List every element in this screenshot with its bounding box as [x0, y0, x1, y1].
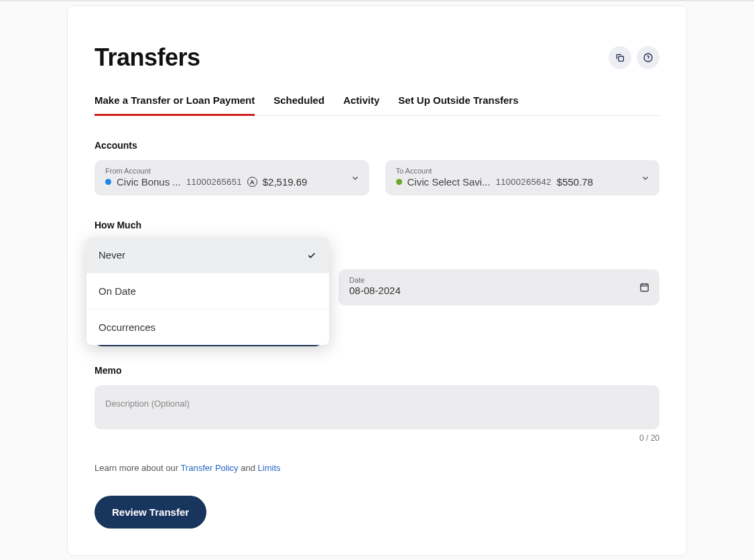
dropdown-option-on-date[interactable]: On Date	[86, 273, 329, 309]
help-icon-button[interactable]	[637, 46, 659, 69]
how-much-label: How Much	[95, 220, 659, 230]
account-type-badge: A	[247, 177, 257, 187]
svg-rect-0	[619, 56, 623, 61]
to-account-label: To Account	[396, 167, 649, 175]
svg-point-1	[644, 54, 652, 62]
tab-outside-transfers[interactable]: Set Up Outside Transfers	[398, 88, 518, 116]
limits-link[interactable]: Limits	[258, 463, 281, 473]
from-account-select[interactable]: From Account Civic Bonus ... 11000265651…	[95, 160, 369, 196]
policy-mid: and	[239, 463, 258, 473]
dropdown-option-occurrences[interactable]: Occurrences	[86, 309, 329, 345]
from-account-number: 11000265651	[186, 177, 242, 187]
svg-rect-3	[641, 284, 648, 291]
tab-scheduled[interactable]: Scheduled	[273, 88, 324, 116]
to-account-select[interactable]: To Account Civic Select Savi... 11000265…	[385, 160, 660, 196]
policy-pre: Learn more about our	[95, 463, 180, 473]
to-account-balance: $550.78	[557, 176, 593, 188]
memo-label: Memo	[95, 365, 659, 376]
help-icon	[643, 52, 653, 63]
amount-area: Never On Date Occurrences	[95, 240, 659, 252]
page-title: Transfers	[95, 44, 659, 72]
review-transfer-button[interactable]: Review Transfer	[95, 496, 206, 529]
dropdown-option-label: Never	[99, 249, 125, 261]
from-account-name: Civic Bonus ...	[117, 176, 181, 188]
from-account-dot	[105, 179, 111, 185]
memo-char-count: 0 / 20	[95, 433, 659, 443]
chevron-down-icon	[351, 173, 360, 183]
check-icon	[306, 250, 317, 261]
date-input[interactable]: Date 08-08-2024	[338, 269, 659, 305]
memo-placeholder: Description (Optional)	[105, 399, 190, 409]
policy-line: Learn more about our Transfer Policy and…	[95, 463, 659, 473]
dropdown-option-label: Occurrences	[99, 322, 155, 333]
svg-point-2	[647, 60, 648, 60]
accounts-label: Accounts	[95, 140, 659, 151]
date-label: Date	[349, 276, 649, 284]
chevron-down-icon	[641, 173, 650, 183]
dropdown-option-label: On Date	[99, 285, 136, 297]
from-account-label: From Account	[105, 167, 359, 175]
date-value: 08-08-2024	[349, 285, 649, 296]
tab-make-transfer[interactable]: Make a Transfer or Loan Payment	[95, 88, 255, 116]
transfer-policy-link[interactable]: Transfer Policy	[180, 463, 238, 473]
series-ends-dropdown: Never On Date Occurrences	[86, 237, 329, 345]
to-account-name: Civic Select Savi...	[407, 176, 491, 188]
copy-icon	[615, 52, 625, 63]
memo-input[interactable]: Description (Optional)	[95, 385, 659, 429]
dropdown-option-never[interactable]: Never	[86, 237, 329, 273]
from-account-balance: $2,519.69	[263, 176, 308, 188]
to-account-number: 11000265642	[496, 177, 552, 187]
to-account-dot	[396, 179, 402, 185]
copy-icon-button[interactable]	[609, 46, 631, 69]
tabs-bar: Make a Transfer or Loan Payment Schedule…	[95, 88, 659, 116]
transfers-panel: Transfers Make a Transfer or Loan Paymen…	[67, 5, 687, 556]
calendar-icon	[639, 282, 650, 293]
tab-activity[interactable]: Activity	[343, 88, 379, 116]
